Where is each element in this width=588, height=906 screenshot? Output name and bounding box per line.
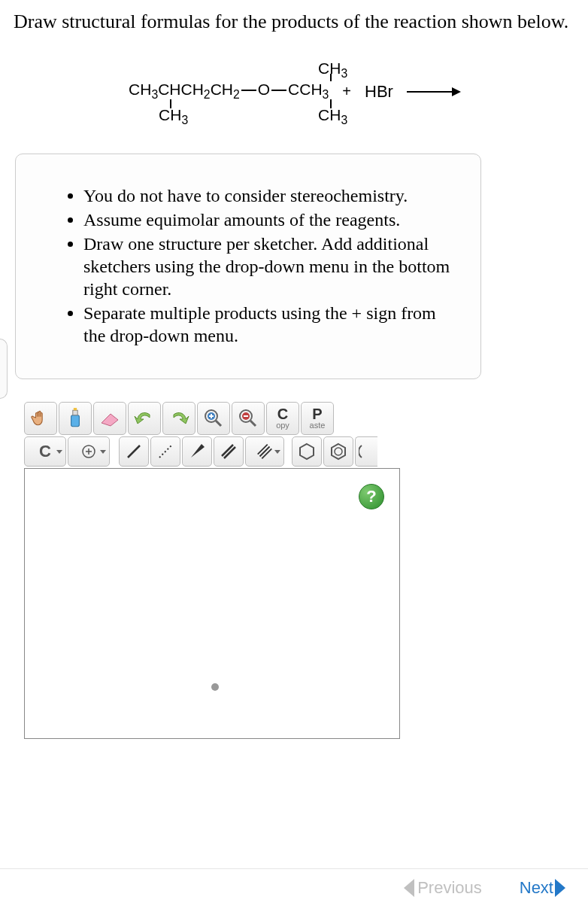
previous-label: Previous — [417, 878, 482, 898]
hand-tool-icon[interactable] — [24, 402, 57, 435]
triple-bond-picker[interactable] — [245, 436, 284, 467]
svg-rect-0 — [71, 415, 80, 426]
reactant-molecule: CH3 CH3CHCH2CH2OCCH3 CH3 CH3 — [129, 60, 329, 123]
reaction-arrow — [407, 91, 459, 93]
eraser-tool-icon[interactable] — [93, 402, 126, 435]
svg-line-4 — [216, 421, 221, 426]
plus-sign: + — [342, 83, 351, 100]
reagent-hbr: HBr — [365, 82, 393, 102]
benzene-icon[interactable] — [323, 436, 353, 467]
paste-button[interactable]: P aste — [301, 402, 334, 435]
chevron-left-icon — [404, 879, 414, 897]
cyclohexane-icon[interactable] — [292, 436, 322, 467]
question-prompt: Draw structural formulas for the product… — [0, 0, 588, 38]
zoom-out-icon[interactable] — [232, 402, 265, 435]
svg-line-15 — [128, 445, 140, 458]
svg-marker-24 — [332, 444, 345, 459]
next-button[interactable]: Next — [520, 878, 565, 898]
element-label: C — [39, 442, 51, 461]
charge-picker[interactable] — [68, 436, 110, 467]
sketcher-canvas[interactable]: ? — [24, 468, 400, 739]
sketcher-widget: C opy P aste C — [24, 402, 415, 739]
toolbar-row-1: C opy P aste — [24, 402, 415, 435]
wedge-bond-icon[interactable] — [182, 436, 212, 467]
reaction-scheme: CH3 CH3CHCH2CH2OCCH3 CH3 CH3 + HBr — [0, 38, 588, 146]
element-picker[interactable]: C — [24, 436, 66, 467]
next-label: Next — [520, 878, 553, 898]
spray-tool-icon[interactable] — [59, 402, 92, 435]
svg-rect-2 — [74, 408, 77, 410]
svg-line-16 — [159, 445, 171, 458]
paste-label-bot: aste — [310, 421, 326, 430]
double-bond-icon[interactable] — [214, 436, 244, 467]
svg-line-9 — [250, 421, 256, 426]
nav-bar: Previous Next — [0, 868, 588, 906]
ring-partial-icon[interactable] — [355, 436, 377, 467]
previous-button[interactable]: Previous — [404, 878, 482, 898]
svg-marker-23 — [300, 444, 314, 459]
toolbar-row-2: C — [24, 436, 415, 467]
copy-label-top: C — [277, 406, 288, 421]
copy-button[interactable]: C opy — [266, 402, 299, 435]
canvas-start-dot[interactable] — [211, 683, 219, 691]
svg-point-25 — [335, 448, 342, 455]
copy-label-bot: opy — [276, 421, 289, 430]
instructions-panel: You do not have to consider stereochemis… — [15, 154, 481, 379]
zoom-in-icon[interactable] — [197, 402, 230, 435]
svg-marker-17 — [191, 444, 205, 458]
help-icon[interactable]: ? — [359, 484, 384, 509]
dashed-bond-icon[interactable] — [150, 436, 180, 467]
left-tab-handle[interactable] — [0, 339, 8, 399]
paste-label-top: P — [312, 406, 322, 421]
instruction-item: Draw one structure per sketcher. Add add… — [83, 233, 450, 300]
instruction-item: Assume equimolar amounts of the reagents… — [83, 208, 450, 231]
redo-icon[interactable] — [162, 402, 195, 435]
svg-rect-1 — [73, 410, 77, 415]
chevron-right-icon — [555, 879, 565, 897]
undo-icon[interactable] — [128, 402, 161, 435]
instruction-item: You do not have to consider stereochemis… — [83, 184, 450, 207]
instruction-item: Separate multiple products using the + s… — [83, 302, 450, 347]
single-bond-icon[interactable] — [119, 436, 149, 467]
